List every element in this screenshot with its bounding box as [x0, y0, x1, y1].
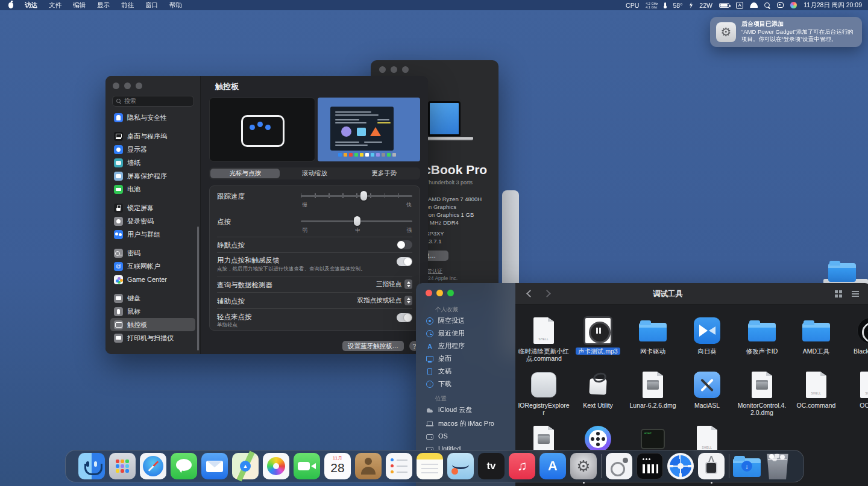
dock-launchpad-icon[interactable]	[109, 453, 136, 479]
dock-safari-icon[interactable]	[140, 453, 166, 479]
click-slider[interactable]	[301, 216, 412, 226]
status-menu-icon[interactable]	[777, 2, 784, 8]
close-button[interactable]	[426, 290, 432, 296]
tab-point-click[interactable]: 光标与点按	[210, 169, 280, 178]
slider-thumb[interactable]	[360, 191, 367, 201]
sidebar-item-recents[interactable]: 最近使用	[426, 329, 465, 338]
file-item[interactable]: Kext Utility	[571, 370, 624, 409]
tab-scroll-zoom[interactable]: 滚动缩放	[280, 169, 349, 178]
zoom-button[interactable]	[402, 66, 409, 73]
file-item[interactable]: 修改声卡ID	[735, 316, 788, 355]
sidebar-item-documents[interactable]: 文稿	[426, 367, 451, 376]
file-item[interactable]: MonitorControl.4.2.0.dmg	[735, 370, 788, 416]
menu-file[interactable]: 文件	[49, 1, 61, 10]
cpu-temperature[interactable]: 58°	[673, 2, 682, 9]
sidebar-item-privacy[interactable]: 隐私与安全性	[110, 111, 195, 124]
close-button[interactable]	[113, 83, 119, 89]
tab-more-gestures[interactable]: 更多手势	[350, 169, 419, 178]
minimize-button[interactable]	[436, 290, 443, 296]
window-controls[interactable]	[426, 290, 454, 296]
minimize-button[interactable]	[124, 83, 131, 89]
sidebar-item-battery[interactable]: 电池	[110, 182, 195, 196]
sidebar-item-lock-screen[interactable]: 锁定屏幕	[110, 201, 195, 214]
zoom-button[interactable]	[447, 290, 454, 296]
wifi-icon[interactable]	[750, 2, 758, 8]
sidebar-item-game-center[interactable]: Game Center	[110, 273, 195, 286]
dock-hackintool-icon[interactable]	[606, 453, 632, 479]
siri-icon[interactable]	[790, 2, 797, 8]
battery-status-icon[interactable]	[719, 3, 729, 8]
menu-view[interactable]: 显示	[97, 1, 110, 10]
back-button[interactable]	[526, 290, 534, 298]
sidebar-scrollbar[interactable]	[197, 226, 199, 350]
sidebar-item-applications[interactable]: 应用程序	[426, 341, 465, 350]
file-item[interactable]: SHELL OCLP.c	[844, 370, 868, 409]
clock[interactable]: 11月28日 周四 20:09	[804, 1, 862, 10]
sidebar-item-wallpaper[interactable]: 墙纸	[110, 156, 195, 169]
apple-menu-icon[interactable]	[8, 2, 13, 8]
menu-edit[interactable]: 编辑	[73, 1, 86, 10]
file-item[interactable]: MaciASL	[681, 370, 734, 409]
tap-to-click-toggle[interactable]	[397, 313, 412, 322]
window-controls[interactable]	[379, 66, 409, 73]
file-item[interactable]: Lunar-6.2.6.dmg	[626, 370, 679, 409]
dock-contacts-icon[interactable]	[355, 453, 382, 479]
sidebar-item-displays[interactable]: 显示器	[110, 143, 195, 156]
sidebar-item-screensaver[interactable]: 屏幕保护程序	[110, 169, 195, 182]
dock-wave-chart-app-icon[interactable]	[447, 453, 474, 479]
cpu-label[interactable]: CPU	[626, 2, 639, 9]
close-button[interactable]	[379, 66, 386, 73]
tracking-speed-slider[interactable]	[301, 191, 412, 201]
dock-photos-icon[interactable]	[263, 453, 289, 479]
sidebar-item-login-password[interactable]: 登录密码	[110, 214, 195, 228]
sidebar-item-printers[interactable]: 打印机与扫描仪	[110, 331, 195, 344]
silent-click-toggle[interactable]	[397, 240, 412, 249]
file-item[interactable]: SHELL OC.command	[790, 370, 843, 409]
sidebar-item-downloads[interactable]: 下载	[426, 379, 451, 388]
sidebar-item-desktop-dock[interactable]: 桌面与程序坞	[110, 129, 195, 143]
sidebar-item-internet-accounts[interactable]: 互联网帐户	[110, 260, 195, 273]
dock-amd-power-gadget-icon[interactable]	[637, 453, 663, 479]
dock-notes-icon[interactable]	[417, 453, 443, 479]
sidebar-item-passwords[interactable]: 密码	[110, 246, 195, 260]
menu-window[interactable]: 窗口	[145, 1, 158, 10]
dock-app-store-icon[interactable]	[539, 453, 566, 479]
sidebar-item-imac[interactable]: macos 的 iMac Pro	[426, 419, 494, 428]
file-item[interactable]: SHELL 临时清除更新小红点.command	[517, 316, 570, 362]
dock-facetime-icon[interactable]	[294, 453, 320, 479]
file-item[interactable]: AMD工具	[790, 316, 843, 355]
dock-apple-tv-icon[interactable]	[478, 453, 505, 479]
cpu-watts[interactable]: 22W	[699, 2, 712, 9]
forward-button[interactable]	[543, 290, 551, 298]
sidebar-item-keyboard[interactable]: 键盘	[110, 291, 195, 305]
dock-maps-icon[interactable]	[232, 453, 259, 479]
sidebar-item-airdrop[interactable]: 隔空投送	[426, 316, 465, 325]
dock-trash-icon[interactable]	[764, 453, 791, 479]
dock-downloads-folder-icon[interactable]: ↓	[734, 453, 760, 479]
file-item[interactable]: 向日葵	[681, 316, 734, 355]
zoom-button[interactable]	[136, 83, 142, 89]
sidebar-item-users-groups[interactable]: 用户与群组	[110, 228, 195, 241]
grid-view-icon[interactable]	[835, 290, 842, 298]
list-view-icon[interactable]	[852, 290, 859, 298]
dock-music-icon[interactable]	[509, 453, 535, 479]
secondary-click-dropdown[interactable]: 双指点按或轻点	[357, 296, 413, 305]
minimize-button[interactable]	[391, 66, 397, 73]
sidebar-item-desktop[interactable]: 桌面	[426, 354, 451, 363]
app-menu-finder[interactable]: 访达	[25, 1, 37, 10]
menu-help[interactable]: 帮助	[169, 1, 182, 10]
dock-opencore-icon[interactable]	[667, 453, 694, 479]
sidebar-item-trackpad[interactable]: 触控板	[110, 318, 195, 331]
notification-banner[interactable]: ⚙︎ 后台项目已添加 “AMD Power Gadget”添加了可在后台运行的项…	[710, 17, 862, 47]
cpu-frequency[interactable]: 4.2 GHz 4.1 Ghz	[646, 2, 658, 9]
setup-bluetooth-trackpad-button[interactable]: 设置蓝牙触控板…	[342, 341, 404, 351]
search-input[interactable]: 搜索	[112, 96, 194, 107]
menu-go[interactable]: 前往	[121, 1, 134, 10]
dock-calendar-icon[interactable]: 11月 28	[324, 453, 351, 479]
dock-messages-icon[interactable]	[171, 453, 197, 479]
dock-mail-icon[interactable]	[201, 453, 228, 479]
dock-finder-icon[interactable]	[78, 453, 105, 479]
sidebar-item-mouse[interactable]: 鼠标	[110, 305, 195, 318]
spotlight-icon[interactable]	[764, 2, 770, 8]
slider-thumb[interactable]	[354, 216, 360, 226]
